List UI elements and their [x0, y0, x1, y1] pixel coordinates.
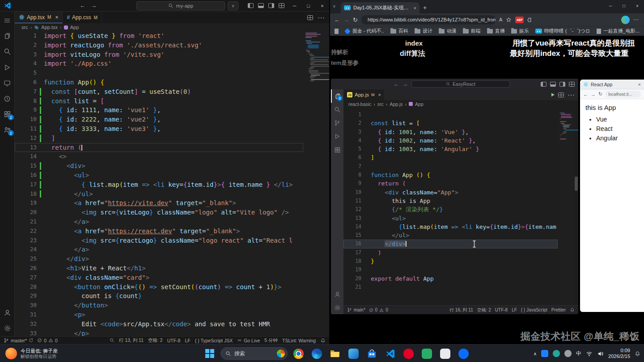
encoding-status[interactable]: UTF-8: [167, 338, 181, 343]
minimize-button[interactable]: ─: [288, 0, 301, 12]
code-line[interactable]: 3import viteLogo from '/vite.svg': [15, 50, 303, 59]
bookmark-item[interactable]: 前端: [463, 28, 481, 34]
bookmark-item[interactable]: 一起直播_电影...: [597, 28, 640, 34]
tab-close-icon[interactable]: ×: [55, 14, 58, 21]
code-line[interactable]: 7 const [count, setCount] = useState(0): [15, 87, 303, 97]
close-button[interactable]: ×: [315, 0, 329, 12]
code-line[interactable]: 18 </ul>: [15, 189, 303, 199]
breadcrumb-item[interactable]: App: [70, 25, 79, 30]
code-line[interactable]: 22 <a href="https://react.dev" target="_…: [15, 227, 303, 236]
code-line[interactable]: 31 <p>: [15, 310, 303, 320]
notifications-bell-icon[interactable]: [635, 351, 640, 357]
code-line[interactable]: 30 </button>: [15, 301, 303, 310]
bookmark-item[interactable]: 直播: [487, 28, 505, 34]
code-line[interactable]: 26 <h1>Vite + React</h1>: [15, 264, 303, 273]
code-line[interactable]: 27 <div className="card">: [15, 273, 303, 282]
start-button[interactable]: [202, 345, 217, 362]
git-branch-status[interactable]: master*: [4, 338, 34, 343]
minimap[interactable]: [304, 32, 329, 336]
split-editor-icon[interactable]: [307, 15, 313, 20]
tab-actions-icon[interactable]: ∨: [333, 4, 336, 8]
editor-lines[interactable]: 1import { useState } from 'react'2import…: [15, 31, 303, 336]
command-center-search[interactable]: my-app: [136, 1, 225, 10]
code-editor[interactable]: 1import { useState } from 'react'2import…: [15, 31, 329, 336]
refresh-icon[interactable]: ↻: [353, 17, 358, 23]
maximize-button[interactable]: □: [301, 0, 315, 12]
code-line[interactable]: 13 return (: [15, 143, 303, 152]
eol-status[interactable]: LF: [185, 338, 190, 343]
tab-close-icon[interactable]: ×: [414, 5, 416, 11]
extensions-icon[interactable]: 2: [0, 106, 15, 122]
sync-icon[interactable]: [29, 338, 34, 343]
toggle-secondary-sidebar-icon[interactable]: [268, 3, 274, 8]
code-line[interactable]: 12 ]: [15, 134, 303, 143]
cursor-position[interactable]: 行 13, 列 11: [119, 337, 144, 344]
breadcrumb[interactable]: src › App.tsx › App: [15, 23, 329, 31]
minimize-button[interactable]: ─: [604, 0, 617, 12]
adblock-abp-icon[interactable]: ABP: [515, 17, 524, 23]
read-aloud-icon[interactable]: A: [499, 17, 502, 22]
more-actions-icon[interactable]: ⋯: [318, 13, 325, 22]
profile-avatar[interactable]: [621, 16, 630, 24]
tray-app-icon-gray[interactable]: [564, 350, 572, 357]
taskbar-app-music[interactable]: [401, 345, 416, 362]
taskbar-app-file-explorer[interactable]: [327, 345, 343, 362]
language-mode[interactable]: { } TypeScript JSX: [195, 338, 233, 343]
code-line[interactable]: 19 <a href="https://vite.dev" target="_b…: [15, 198, 303, 208]
code-line[interactable]: 29 count is {count}: [15, 291, 303, 301]
tray-app-icon-teal[interactable]: [553, 350, 560, 357]
run-debug-icon[interactable]: [0, 59, 15, 75]
menu-icon[interactable]: [0, 13, 15, 28]
code-line[interactable]: 2import reactLogo from './assets/react.s…: [15, 41, 303, 50]
forward-icon[interactable]: →: [343, 17, 349, 23]
taskbar-app-chrome[interactable]: [291, 345, 306, 362]
code-line[interactable]: 11 { id: 3333, name: 'vue3' },: [15, 124, 303, 134]
code-line[interactable]: 8 const list = [: [15, 97, 303, 106]
bookmark-item[interactable]: 设计: [415, 28, 432, 34]
taskbar-app-wechat[interactable]: [419, 345, 434, 362]
explorer-icon[interactable]: [0, 28, 15, 44]
video-player[interactable]: 持解析 tem是形参 index diff算法 用惯了vue再来写react真的…: [330, 36, 644, 344]
code-line[interactable]: 16 <ul>: [15, 171, 303, 180]
timer-status[interactable]: 5 分钟: [264, 337, 278, 344]
taskbar-search[interactable]: 搜索: [220, 347, 288, 360]
code-line[interactable]: 17 { list.map(item => <li key={item.id}>…: [15, 180, 303, 189]
bookmark-item[interactable]: 掘金 - 代码不..: [345, 28, 384, 34]
tray-chevron-up-icon[interactable]: ∧: [534, 351, 537, 356]
tslint-status[interactable]: TSLint: Warning: [282, 338, 316, 343]
maximize-button[interactable]: □: [617, 0, 631, 12]
code-line[interactable]: 9 { id: 1111, name: 'vue1' },: [15, 105, 303, 115]
wifi-icon[interactable]: [586, 350, 593, 357]
code-line[interactable]: 5: [15, 68, 303, 78]
back-icon[interactable]: ←: [80, 2, 85, 9]
code-line[interactable]: 20 <img src={viteLogo} className="logo" …: [15, 208, 303, 217]
tab-app-tsx[interactable]: App.tsx M ×: [15, 12, 63, 23]
sidebar-page-icon[interactable]: [335, 29, 339, 34]
code-line[interactable]: 15 <div>: [15, 161, 303, 171]
bookmark-item[interactable]: 哔哩哔哩 (゜-゜)つロ: [535, 28, 590, 34]
problems-status[interactable]: 0 0: [37, 338, 58, 343]
code-line[interactable]: 1import { useState } from 'react': [15, 31, 303, 41]
extensions-puzzle-icon[interactable]: [527, 17, 533, 23]
volume-icon[interactable]: [597, 350, 604, 357]
browser-tab[interactable]: Day1-05.JSX基础-实现列表渲... ×: [341, 2, 419, 13]
settings-gear-icon[interactable]: [0, 320, 15, 336]
tab-app-css[interactable]: # App.css M: [63, 12, 102, 23]
code-line[interactable]: 33 </p>: [15, 329, 303, 337]
code-line[interactable]: 25 </div>: [15, 254, 303, 264]
back-icon[interactable]: ←: [334, 17, 340, 23]
command-center-dropdown-icon[interactable]: ∨: [228, 1, 238, 10]
breadcrumb-item[interactable]: src: [21, 25, 28, 30]
taskbar-app-vscode[interactable]: [382, 345, 398, 362]
code-line[interactable]: 24 </a>: [15, 245, 303, 254]
forward-icon[interactable]: →: [91, 2, 97, 9]
toggle-sidebar-icon[interactable]: [248, 3, 254, 8]
bookmark-item[interactable]: 百科: [390, 28, 408, 34]
taskbar-app-messenger[interactable]: [456, 345, 471, 362]
zoom-status-icon[interactable]: [110, 338, 114, 343]
code-line[interactable]: 21 </a>: [15, 217, 303, 227]
profile-icon[interactable]: [0, 305, 15, 320]
indent-status[interactable]: 空格: 2: [148, 337, 163, 344]
code-line[interactable]: 6function App() {: [15, 78, 303, 87]
taskbar-app-docs[interactable]: [437, 345, 453, 362]
